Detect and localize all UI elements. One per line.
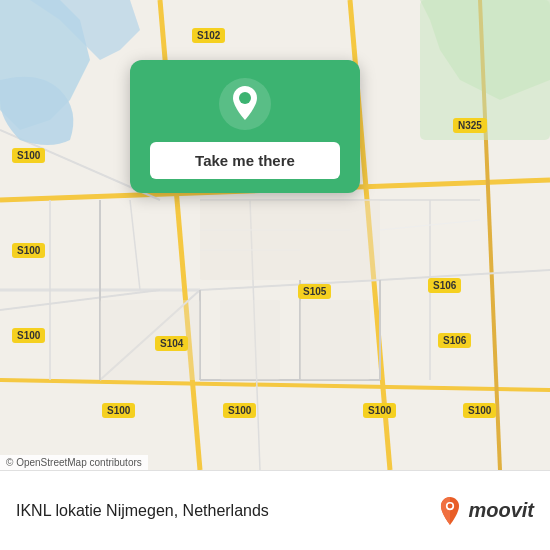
location-card: Take me there — [130, 60, 360, 193]
svg-line-8 — [200, 280, 380, 290]
road-label-s100-3: S100 — [12, 328, 45, 343]
road-label-s100-2: S100 — [12, 243, 45, 258]
svg-rect-26 — [200, 200, 380, 280]
bottom-bar: IKNL lokatie Nijmegen, Netherlands moovi… — [0, 470, 550, 550]
road-label-s100-4: S100 — [102, 403, 135, 418]
road-label-s106-1: S106 — [428, 278, 461, 293]
location-title: IKNL lokatie Nijmegen, Netherlands — [16, 502, 269, 520]
pin-icon — [219, 78, 271, 130]
svg-point-33 — [448, 503, 453, 508]
road-label-s104: S104 — [155, 336, 188, 351]
svg-point-31 — [239, 92, 251, 104]
moovit-pin-icon — [436, 497, 464, 525]
main-container: S100 S100 S100 S100 S100 S100 S100 S102 … — [0, 0, 550, 550]
road-label-s100-1: S100 — [12, 148, 45, 163]
road-label-s100-5: S100 — [223, 403, 256, 418]
map-attribution: © OpenStreetMap contributors — [0, 455, 148, 470]
road-label-s100-6: S100 — [363, 403, 396, 418]
road-label-n325: N325 — [453, 118, 487, 133]
svg-line-18 — [130, 200, 140, 290]
road-label-s102: S102 — [192, 28, 225, 43]
road-label-s100-7: S100 — [463, 403, 496, 418]
moovit-logo: moovit — [436, 497, 534, 525]
map-area: S100 S100 S100 S100 S100 S100 S100 S102 … — [0, 0, 550, 470]
svg-rect-29 — [300, 300, 370, 380]
road-label-s105: S105 — [298, 284, 331, 299]
svg-rect-28 — [220, 300, 280, 380]
svg-line-1 — [0, 380, 550, 390]
moovit-brand-text: moovit — [468, 499, 534, 522]
svg-line-9 — [380, 270, 550, 280]
take-me-there-button[interactable]: Take me there — [150, 142, 340, 179]
road-label-s106-2: S106 — [438, 333, 471, 348]
